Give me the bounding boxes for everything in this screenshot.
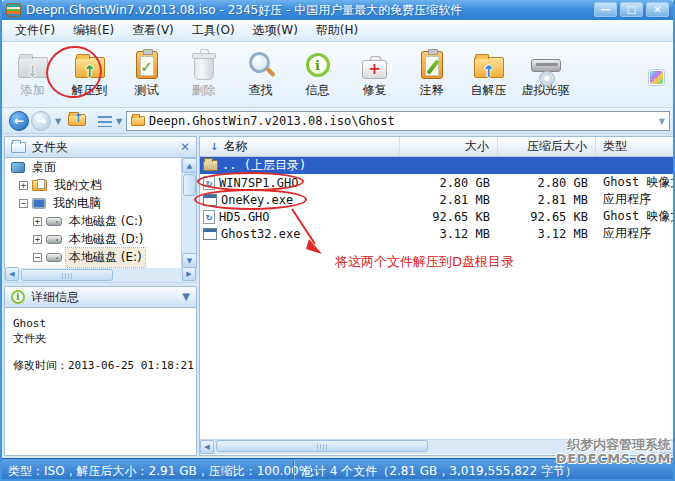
- tree-item-disk-d[interactable]: + 本地磁盘 (D:): [5, 230, 196, 248]
- details-panel: 详细信息 ▼ Ghost 文件夹 修改时间：2013-06-25 01:18:2…: [4, 286, 197, 456]
- main-area: 文件夹 ✕ 桌面 + 我的文档 − 我的电脑: [2, 134, 673, 458]
- expander-icon[interactable]: +: [19, 181, 28, 190]
- menu-help[interactable]: 帮助(H): [307, 19, 367, 42]
- tree-horizontal-scrollbar[interactable]: ◀ ▶: [4, 268, 197, 283]
- disk-icon: [46, 253, 62, 262]
- my-computer-icon: [32, 198, 46, 209]
- info-button[interactable]: 信息: [289, 42, 346, 107]
- folders-icon: [11, 142, 26, 153]
- disk-icon: [46, 217, 62, 226]
- folder-icon: [203, 160, 218, 171]
- folder-icon: [131, 116, 145, 126]
- repair-button[interactable]: 修复: [346, 42, 403, 107]
- scroll-left-icon[interactable]: ◀: [200, 440, 214, 454]
- virtual-drive-button[interactable]: 虚拟光驱: [517, 42, 574, 107]
- add-button: ↓ 添加: [4, 42, 61, 107]
- forward-button[interactable]: →: [31, 111, 51, 131]
- table-row-onekey[interactable]: OneKey.exe 2.81 MB 2.81 MB 应用程序: [200, 191, 674, 208]
- expander-icon[interactable]: +: [33, 217, 42, 226]
- test-button[interactable]: 测试: [118, 42, 175, 107]
- skin-button[interactable]: [649, 70, 664, 85]
- minimize-button[interactable]: —: [594, 2, 617, 17]
- table-row-win7sp1[interactable]: WIN7SP1.GHO 2.80 GB 2.80 GB Ghost 映像文件: [200, 174, 674, 191]
- ghost-image-file-icon: [203, 176, 215, 190]
- folder-tree: 桌面 + 我的文档 − 我的电脑 + 本地磁盘 (C:): [4, 158, 197, 268]
- search-icon: [246, 50, 276, 80]
- ghost-image-file-icon: [203, 210, 215, 224]
- menu-file[interactable]: 文件(F): [6, 19, 64, 42]
- column-header-name[interactable]: ↓ 名称: [200, 137, 400, 156]
- extract-to-button[interactable]: ↑ 解压到: [61, 42, 118, 107]
- column-header-size[interactable]: 大小: [400, 137, 498, 156]
- column-header-type[interactable]: 类型: [596, 137, 674, 156]
- extract-folder-icon: ↑: [75, 57, 105, 78]
- desktop-icon: [11, 162, 25, 173]
- scroll-up-icon[interactable]: ▲: [182, 158, 197, 173]
- back-button[interactable]: ←: [9, 111, 29, 131]
- cd-drive-icon: [531, 59, 561, 72]
- close-panel-icon[interactable]: ✕: [180, 141, 190, 153]
- close-button[interactable]: ✕: [646, 2, 669, 17]
- window-title: Deepn.GhostWin7.v2013.08.iso - 2345好压 - …: [26, 2, 462, 19]
- trash-icon: [194, 56, 214, 80]
- scroll-right-icon[interactable]: ▶: [182, 267, 196, 281]
- app-icon: [6, 3, 21, 17]
- address-dropdown-icon[interactable]: ▼: [659, 117, 665, 126]
- title-bar: Deepn.GhostWin7.v2013.08.iso - 2345好压 - …: [2, 0, 673, 20]
- application-file-icon: [203, 228, 217, 240]
- menu-bar: 文件(F) 编辑(E) 查看(V) 工具(O) 选项(W) 帮助(H): [2, 20, 673, 42]
- collapse-panel-icon[interactable]: ▼: [182, 292, 190, 302]
- file-list-header: ↓ 名称 大小 压缩后大小 类型: [200, 137, 674, 157]
- sort-descending-icon: ↓: [210, 141, 218, 152]
- comment-button[interactable]: 注释: [403, 42, 460, 107]
- tree-item-disk-e[interactable]: − 本地磁盘 (E:): [5, 248, 196, 266]
- tree-vertical-scrollbar[interactable]: ▲ ▼: [181, 158, 196, 268]
- address-input[interactable]: Deepn.GhostWin7.v2013.08.iso\Ghost ▼: [126, 111, 670, 131]
- tree-item-desktop[interactable]: 桌面: [5, 158, 196, 176]
- app-window: Deepn.GhostWin7.v2013.08.iso - 2345好压 - …: [0, 0, 675, 481]
- menu-edit[interactable]: 编辑(E): [64, 19, 123, 42]
- expander-icon[interactable]: −: [19, 199, 28, 208]
- menu-view[interactable]: 查看(V): [123, 19, 183, 42]
- table-row-ghost32[interactable]: Ghost32.exe 3.12 MB 3.12 MB 应用程序: [200, 225, 674, 242]
- table-row-hd5[interactable]: HD5.GHO 92.65 KB 92.65 KB Ghost 映像文件: [200, 208, 674, 225]
- menu-tools[interactable]: 工具(O): [183, 19, 244, 42]
- view-mode-icon[interactable]: [98, 116, 112, 127]
- up-one-level-icon[interactable]: [68, 114, 86, 126]
- tree-item-disk-c[interactable]: + 本地磁盘 (C:): [5, 212, 196, 230]
- scrollbar-thumb[interactable]: [21, 269, 113, 281]
- info-icon: [11, 290, 25, 304]
- status-total-files: 总计 4 个文件（2.81 GB，3,019,555,822 字节）: [302, 463, 577, 480]
- my-documents-icon: [32, 180, 47, 191]
- scrollbar-thumb[interactable]: [183, 174, 196, 196]
- sfx-button[interactable]: ↑ 自解压: [460, 42, 517, 107]
- file-list: ↓ 名称 大小 压缩后大小 类型 .. (上层目录) WIN7SP1.GHO 2…: [199, 136, 675, 456]
- tree-item-my-documents[interactable]: + 我的文档: [5, 176, 196, 194]
- details-name: Ghost: [13, 316, 188, 331]
- toolbar: ↓ 添加 ↑ 解压到 测试 删除 查找 信息 修复 注释: [2, 42, 673, 108]
- status-archive-info: 类型：ISO，解压后大小：2.91 GB，压缩比：100.00%: [8, 463, 310, 480]
- details-content: Ghost 文件夹 修改时间：2013-06-25 01:18:21: [4, 308, 197, 456]
- folders-panel-title: 文件夹: [32, 139, 174, 156]
- scroll-left-icon[interactable]: ◀: [5, 267, 19, 281]
- find-button[interactable]: 查找: [232, 42, 289, 107]
- address-bar: ← → ▼ ▼ Deepn.GhostWin7.v2013.08.iso\Gho…: [2, 108, 673, 134]
- scroll-down-icon[interactable]: ▼: [182, 253, 197, 268]
- disk-icon: [46, 235, 62, 244]
- tree-item-my-computer[interactable]: − 我的电脑: [5, 194, 196, 212]
- details-kind: 文件夹: [13, 331, 188, 346]
- test-clipboard-icon: [136, 51, 158, 79]
- history-dropdown-icon[interactable]: ▼: [55, 117, 61, 126]
- expander-icon[interactable]: +: [33, 235, 42, 244]
- expander-icon[interactable]: −: [33, 253, 42, 262]
- table-row-parent-dir[interactable]: .. (上层目录): [200, 157, 674, 174]
- add-folder-icon: ↓: [18, 57, 48, 78]
- view-dropdown-icon[interactable]: ▼: [116, 117, 122, 126]
- maximize-button[interactable]: □: [620, 2, 643, 17]
- menu-options[interactable]: 选项(W): [244, 19, 307, 42]
- watermark-line2: DEDECMS.COM: [556, 452, 671, 466]
- column-header-packed-size[interactable]: 压缩后大小: [498, 137, 596, 156]
- address-path: Deepn.GhostWin7.v2013.08.iso\Ghost: [149, 114, 655, 128]
- scrollbar-thumb[interactable]: [216, 440, 428, 452]
- details-panel-title: 详细信息: [31, 289, 176, 306]
